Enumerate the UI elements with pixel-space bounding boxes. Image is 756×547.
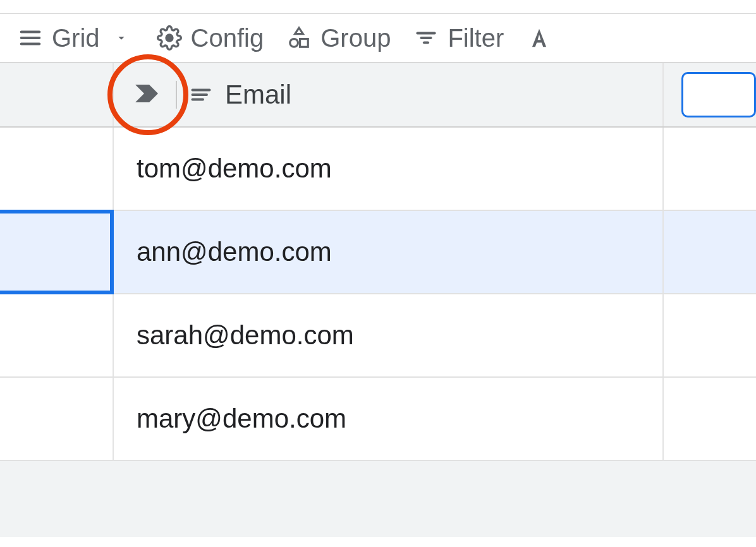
toolbar: Grid Config <box>0 14 756 63</box>
email-value: sarah@demo.com <box>137 320 354 351</box>
group-button[interactable]: Group <box>286 24 391 52</box>
group-shapes-icon <box>286 25 312 51</box>
expand-column-icon[interactable] <box>131 78 162 111</box>
email-cell[interactable]: tom@demo.com <box>114 128 664 210</box>
email-column-label: Email <box>225 80 291 110</box>
email-cell[interactable]: mary@demo.com <box>114 378 664 460</box>
next-cell[interactable] <box>664 294 756 376</box>
filter-icon <box>413 25 439 51</box>
view-switch-button[interactable]: Grid <box>18 24 134 52</box>
filter-button[interactable]: Filter <box>413 24 504 52</box>
email-value: ann@demo.com <box>137 237 332 267</box>
table-row[interactable]: ann@demo.com <box>0 211 756 294</box>
email-column-header[interactable]: Email <box>114 63 664 126</box>
next-cell[interactable] <box>664 128 756 210</box>
next-cell[interactable] <box>664 211 756 293</box>
table-row[interactable]: mary@demo.com <box>0 378 756 461</box>
next-cell[interactable] <box>664 378 756 460</box>
config-button[interactable]: Config <box>157 24 264 52</box>
email-cell[interactable]: ann@demo.com <box>114 211 664 293</box>
svg-point-3 <box>166 35 173 41</box>
row-gutter-selected[interactable] <box>0 210 114 294</box>
table-row[interactable]: tom@demo.com <box>0 128 756 211</box>
rows-container: tom@demo.com ann@demo.com sarah@demo.com… <box>0 128 756 461</box>
column-separator[interactable] <box>176 81 177 109</box>
email-cell[interactable]: sarah@demo.com <box>114 294 664 376</box>
row-gutter[interactable] <box>0 294 114 376</box>
empty-area <box>0 461 756 537</box>
active-field-box[interactable] <box>681 72 756 117</box>
table-row[interactable]: sarah@demo.com <box>0 294 756 378</box>
column-header-row: Email <box>0 63 756 128</box>
partial-button[interactable] <box>527 25 552 51</box>
text-lines-icon <box>188 82 214 107</box>
email-value: mary@demo.com <box>137 404 346 434</box>
top-spacer <box>0 0 756 14</box>
gear-icon <box>157 25 182 51</box>
row-number-header[interactable] <box>0 63 114 126</box>
row-gutter[interactable] <box>0 378 114 460</box>
row-gutter[interactable] <box>0 128 114 210</box>
group-label: Group <box>320 24 391 52</box>
letter-a-icon <box>527 25 552 51</box>
svg-rect-6 <box>300 39 308 47</box>
email-value: tom@demo.com <box>137 153 332 184</box>
svg-point-5 <box>290 39 298 47</box>
app-root: Grid Config <box>0 0 756 547</box>
filter-label: Filter <box>448 24 504 52</box>
svg-marker-4 <box>295 28 303 34</box>
config-label: Config <box>191 24 264 52</box>
next-column-header[interactable] <box>664 63 756 126</box>
grid-lines-icon <box>18 25 43 51</box>
caret-down-icon <box>109 25 134 51</box>
view-switch-label: Grid <box>52 24 100 52</box>
